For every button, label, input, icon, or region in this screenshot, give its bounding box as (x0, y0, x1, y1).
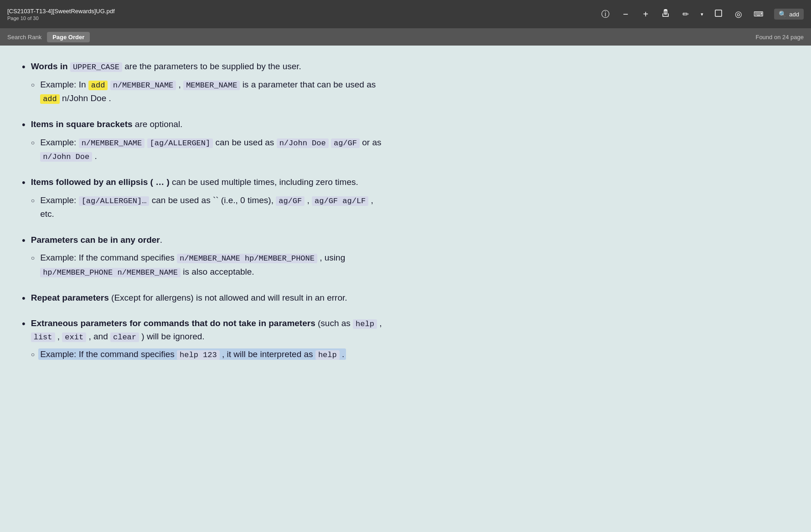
bullet-list: • Words in UPPER_CASE are the parameters… (22, 60, 789, 362)
bullet-dot: • (22, 119, 26, 131)
bullet-text-period: . (160, 235, 162, 245)
sub-list: ○ Example: n/MEMBER_NAME [ag/ALLERGEN] c… (31, 136, 789, 164)
list-item: ○ Example: [ag/ALLERGEN]… can be used as… (31, 194, 789, 221)
code-njohndoe-2: n/John Doe (40, 152, 92, 162)
bullet-dot: • (22, 292, 26, 304)
code-njohndoe-1: n/John Doe (277, 138, 329, 148)
code-nmember-hpphone: n/MEMBER_NAME hp/MEMBER_PHONE (177, 254, 317, 263)
bullet-dot: • (22, 61, 26, 73)
code-aggf: ag/GF (331, 138, 360, 148)
annotate-chevron-btn[interactable]: ▾ (697, 6, 707, 22)
code-nmembername: n/MEMBER_NAME (79, 138, 145, 148)
sub-content: Example: If the command specifies help 1… (40, 348, 789, 361)
code-member-name-2: MEMBER_NAME (183, 81, 240, 90)
bullet-content: Parameters can be in any order. ○ Exampl… (31, 234, 789, 279)
bullet-text-bold: Parameters can be in any order (31, 235, 160, 245)
info-icon-btn[interactable]: ⓘ (597, 6, 614, 22)
code-add-highlight-2: add (40, 94, 60, 104)
zoom-in-icon: + (643, 9, 648, 20)
search-magnifier-icon: 🔍 (779, 10, 786, 18)
code-help: help (353, 319, 377, 329)
sub-list: ○ Example: If the command specifies n/ME… (31, 251, 789, 279)
toolbar-filename: [CS2103T-T13-4][SweetRewards]UG.pdf (7, 8, 115, 15)
sub-dot: ○ (31, 350, 35, 359)
bullet-dot: • (22, 177, 26, 189)
highlighted-example-row: Example: If the command specifies help 1… (38, 348, 346, 360)
list-item: ○ Example: If the command specifies n/ME… (31, 251, 789, 279)
code-clear: clear (110, 332, 139, 342)
sub-dot: ○ (31, 196, 35, 205)
bullet-content: Repeat parameters (Except for allergens)… (31, 292, 789, 305)
search-nav-btn[interactable]: ◎ (730, 6, 747, 22)
zoom-in-btn[interactable]: + (637, 6, 654, 22)
bullet-text-bold: Items in square brackets (31, 119, 133, 129)
sub-dot: ○ (31, 80, 35, 90)
code-hpphone-nmember: hp/MEMBER_PHONE n/MEMBER_NAME (40, 268, 181, 277)
code-aggf-aglf: ag/GF ag/LF (312, 196, 368, 206)
bullet-text-bold: Extraneous parameters for commands that … (31, 318, 315, 328)
list-item: ○ Example: If the command specifies help… (31, 348, 789, 361)
annotate-icon: ✏ (682, 10, 689, 19)
search-query-text: add (789, 11, 799, 18)
code-help-final: help (315, 350, 340, 360)
list-item: • Parameters can be in any order. ○ Exam… (22, 234, 789, 279)
list-item: • Items in square brackets are optional.… (22, 118, 789, 163)
bullet-text-bold: Words in (31, 61, 70, 71)
code-agallergen: [ag/ALLERGEN] (147, 138, 213, 148)
bullet-text-bold: Items followed by an ellipsis ( … ) (31, 177, 170, 187)
bullet-text-bold: Repeat parameters (31, 293, 109, 302)
bullet-content: Items followed by an ellipsis ( … ) can … (31, 176, 789, 220)
sub-content: Example: n/MEMBER_NAME [ag/ALLERGEN] can… (40, 136, 789, 164)
zoom-out-btn[interactable]: − (617, 6, 634, 22)
chevron-down-icon: ▾ (701, 11, 703, 17)
bullet-dot: • (22, 235, 26, 246)
annotate-btn[interactable]: ✏ (677, 6, 694, 22)
zoom-out-icon: − (623, 9, 628, 20)
bullet-text-normal: are the parameters to be supplied by the… (122, 61, 301, 71)
bullet-dot: • (22, 318, 26, 330)
sub-dot: ○ (31, 138, 35, 148)
text-njohndoe: n/John Doe . (62, 93, 111, 103)
share-btn[interactable] (657, 6, 674, 22)
search-rank-bar: Search Rank Page Order Found on 24 page (0, 28, 811, 46)
code-list: list (31, 332, 55, 342)
svg-rect-1 (715, 10, 722, 16)
search-nav-icon: ◎ (735, 9, 742, 19)
code-help-123: help 123 (177, 350, 220, 360)
toolbar-page: Page 10 of 30 (7, 15, 115, 21)
keyboard-btn[interactable]: ⌨ (750, 6, 767, 22)
toolbar: [CS2103T-T13-4][SweetRewards]UG.pdf Page… (0, 0, 811, 28)
main-content: • Words in UPPER_CASE are the parameters… (0, 46, 811, 532)
bullet-text-normal: (such as help , (315, 318, 382, 328)
code-exit: exit (62, 332, 86, 342)
code-add-highlight-1: add (88, 81, 108, 90)
bullet-text-normal: are optional. (133, 119, 183, 129)
bullet-content: Extraneous parameters for commands that … (31, 317, 789, 361)
sub-list: ○ Example: In add n/MEMBER_NAME , MEMBER… (31, 78, 789, 106)
search-rank-label: Search Rank (7, 34, 41, 41)
list-item: • Words in UPPER_CASE are the parameters… (22, 60, 789, 105)
crop-btn[interactable] (710, 6, 727, 22)
bullet-text-normal: can be used multiple times, including ze… (170, 177, 358, 187)
bullet-content: Items in square brackets are optional. ○… (31, 118, 789, 163)
toolbar-title-section: [CS2103T-T13-4][SweetRewards]UG.pdf Page… (7, 8, 115, 21)
keyboard-icon: ⌨ (754, 10, 764, 18)
code-aggf-2: ag/GF (276, 196, 305, 206)
share-icon (661, 9, 670, 20)
list-item: • Items followed by an ellipsis ( … ) ca… (22, 176, 789, 220)
bullet-content: Words in UPPER_CASE are the parameters t… (31, 60, 789, 105)
search-box[interactable]: 🔍 add (774, 9, 804, 20)
crop-icon (714, 9, 723, 20)
sub-content: Example: In add n/MEMBER_NAME , MEMBER_N… (40, 78, 789, 106)
sub-content: Example: If the command specifies n/MEMB… (40, 251, 789, 279)
sub-content: Example: [ag/ALLERGEN]… can be used as `… (40, 194, 789, 221)
bullet-text-normal: (Except for allergens) is not allowed an… (109, 293, 347, 302)
list-item: ○ Example: n/MEMBER_NAME [ag/ALLERGEN] c… (31, 136, 789, 164)
list-item: • Repeat parameters (Except for allergen… (22, 292, 789, 305)
code-agallergen-ellipsis: [ag/ALLERGEN]… (79, 196, 150, 206)
found-on-text: Found on 24 page (755, 34, 804, 41)
code-member-name-1: n/MEMBER_NAME (110, 81, 176, 90)
list-item: ○ Example: In add n/MEMBER_NAME , MEMBER… (31, 78, 789, 106)
page-order-button[interactable]: Page Order (47, 32, 90, 42)
list-item: • Extraneous parameters for commands tha… (22, 317, 789, 361)
